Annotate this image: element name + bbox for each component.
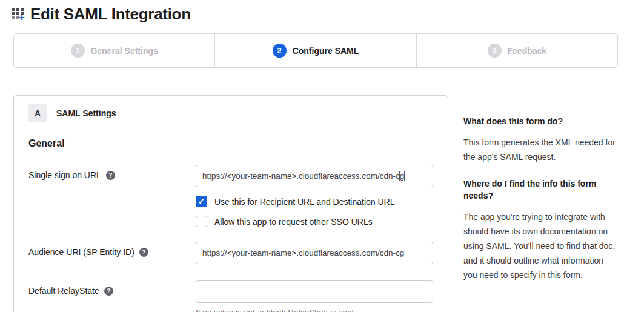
help-answer-2: The app you're trying to integrate with … bbox=[463, 210, 617, 282]
step-feedback[interactable]: 3 Feedback bbox=[416, 34, 617, 67]
sso-url-row: Single sign on URL ? https://<your-team-… bbox=[28, 165, 433, 242]
help-question-icon[interactable]: ? bbox=[104, 287, 113, 296]
text-cursor bbox=[399, 171, 405, 181]
recipient-url-checkbox-row: ✓ Use this for Recipient URL and Destina… bbox=[196, 196, 433, 207]
other-sso-checkbox-label: Allow this app to request other SSO URLs bbox=[214, 217, 373, 227]
other-sso-checkbox[interactable] bbox=[196, 216, 207, 227]
step-number-badge: 1 bbox=[71, 44, 85, 58]
audience-uri-value: https://<your-team-name>.cloudflareacces… bbox=[202, 248, 404, 257]
general-heading: General bbox=[28, 138, 433, 149]
audience-uri-row: Audience URI (SP Entity ID) ? https://<y… bbox=[28, 242, 433, 264]
app-grid-plus-icon: + bbox=[12, 7, 28, 22]
other-sso-checkbox-row: Allow this app to request other SSO URLs bbox=[196, 216, 433, 227]
audience-uri-label: Audience URI (SP Entity ID) bbox=[28, 247, 134, 257]
help-question-icon[interactable]: ? bbox=[106, 171, 115, 180]
recipient-url-checkbox[interactable]: ✓ bbox=[196, 196, 207, 207]
saml-settings-card: A SAML Settings General Single sign on U… bbox=[13, 95, 448, 312]
step-label: General Settings bbox=[91, 46, 158, 56]
relay-state-hint: If no value is set, a blank RelayState i… bbox=[196, 308, 433, 312]
help-question-2: Where do I find the info this form needs… bbox=[463, 178, 617, 202]
relay-state-row: Default RelayState ? If no value is set,… bbox=[28, 280, 433, 312]
section-title: SAML Settings bbox=[56, 108, 116, 118]
relay-state-label: Default RelayState bbox=[28, 286, 99, 296]
step-general-settings[interactable]: 1 General Settings bbox=[14, 34, 214, 67]
step-number-badge: 2 bbox=[273, 44, 287, 58]
step-label: Configure SAML bbox=[293, 46, 359, 56]
help-sidebar: What does this form do? This form genera… bbox=[463, 115, 617, 296]
sso-url-label: Single sign on URL bbox=[28, 170, 101, 180]
step-label: Feedback bbox=[508, 46, 547, 56]
recipient-url-checkbox-label: Use this for Recipient URL and Destinati… bbox=[214, 197, 395, 207]
page-title: Edit SAML Integration bbox=[30, 5, 191, 24]
step-number-badge: 3 bbox=[488, 44, 502, 58]
section-header: A SAML Settings bbox=[28, 104, 433, 122]
sso-url-value: https://<your-team-name>.cloudflareacces… bbox=[202, 171, 404, 181]
step-configure-saml[interactable]: 2 Configure SAML bbox=[214, 34, 416, 67]
page-header: + Edit SAML Integration bbox=[12, 5, 191, 24]
sso-url-input[interactable]: https://<your-team-name>.cloudflareacces… bbox=[196, 165, 433, 187]
wizard-stepper: 1 General Settings 2 Configure SAML 3 Fe… bbox=[13, 33, 618, 68]
audience-uri-input[interactable]: https://<your-team-name>.cloudflareacces… bbox=[196, 242, 433, 264]
relay-state-input[interactable] bbox=[196, 280, 433, 303]
help-question-1: What does this form do? bbox=[463, 115, 617, 127]
help-question-icon[interactable]: ? bbox=[139, 248, 148, 257]
help-answer-1: This form generates the XML needed for t… bbox=[463, 135, 617, 164]
section-a-badge: A bbox=[28, 104, 47, 122]
